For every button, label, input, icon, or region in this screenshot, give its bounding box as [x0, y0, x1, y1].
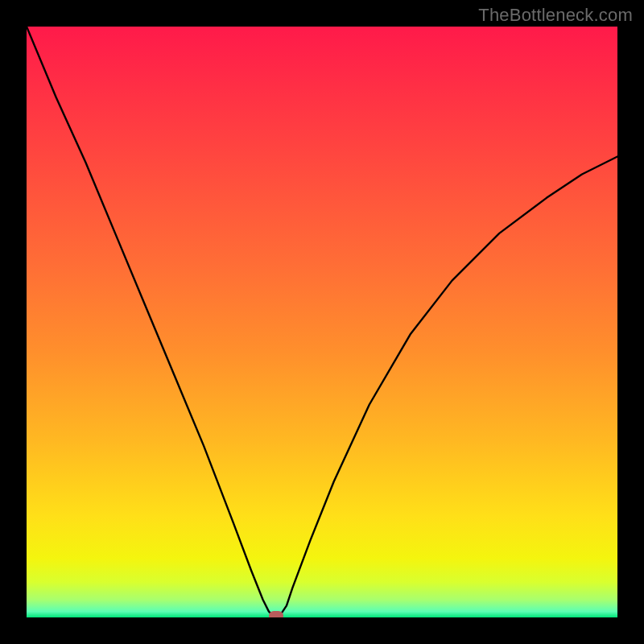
chart-frame: TheBottleneck.com: [0, 0, 644, 644]
optimal-marker: [269, 611, 283, 617]
plot-area: [27, 27, 617, 617]
watermark-label: TheBottleneck.com: [478, 5, 633, 26]
bottleneck-curve: [27, 27, 617, 617]
